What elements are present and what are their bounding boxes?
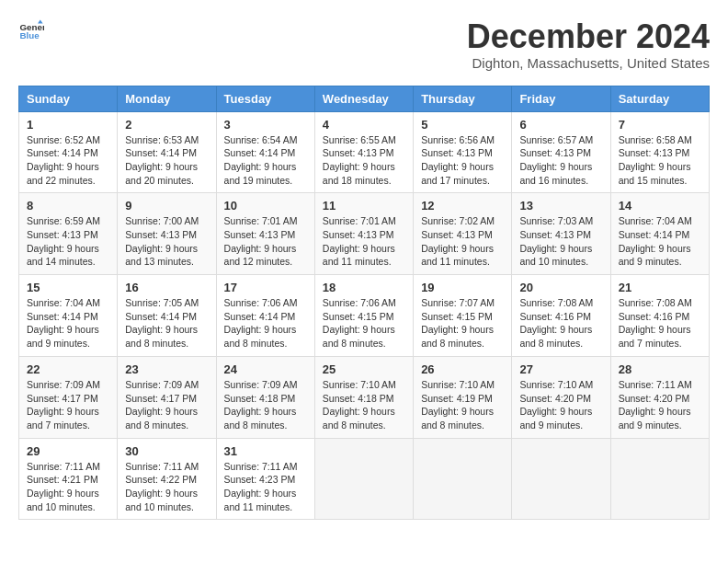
day-info: Sunrise: 7:06 AM Sunset: 4:14 PM Dayligh…: [224, 296, 307, 350]
calendar-cell: 20 Sunrise: 7:08 AM Sunset: 4:16 PM Dayl…: [512, 275, 610, 357]
day-info: Sunrise: 7:10 AM Sunset: 4:18 PM Dayligh…: [323, 378, 405, 432]
calendar-cell: 18 Sunrise: 7:06 AM Sunset: 4:15 PM Dayl…: [314, 275, 413, 357]
day-number: 27: [519, 362, 602, 376]
calendar-week-row: 22 Sunrise: 7:09 AM Sunset: 4:17 PM Dayl…: [19, 356, 710, 438]
day-info: Sunrise: 7:10 AM Sunset: 4:20 PM Dayligh…: [519, 378, 602, 432]
day-info: Sunrise: 7:05 AM Sunset: 4:14 PM Dayligh…: [125, 296, 208, 350]
calendar-cell: 7 Sunrise: 6:58 AM Sunset: 4:13 PM Dayli…: [610, 111, 709, 193]
day-number: 26: [421, 362, 504, 376]
calendar-cell: 11 Sunrise: 7:01 AM Sunset: 4:13 PM Dayl…: [314, 193, 413, 275]
calendar-cell: 9 Sunrise: 7:00 AM Sunset: 4:13 PM Dayli…: [118, 193, 216, 275]
day-number: 14: [619, 199, 701, 213]
day-number: 5: [421, 118, 504, 132]
page-header: General Blue December 2024 Dighton, Mass…: [18, 18, 710, 71]
location: Dighton, Massachusetts, United States: [467, 55, 710, 71]
day-info: Sunrise: 7:09 AM Sunset: 4:17 PM Dayligh…: [125, 378, 208, 432]
day-number: 1: [27, 118, 109, 132]
day-info: Sunrise: 6:53 AM Sunset: 4:14 PM Dayligh…: [125, 133, 208, 188]
calendar-week-row: 29 Sunrise: 7:11 AM Sunset: 4:21 PM Dayl…: [19, 438, 710, 520]
calendar-cell: 6 Sunrise: 6:57 AM Sunset: 4:13 PM Dayli…: [512, 111, 610, 193]
day-info: Sunrise: 7:04 AM Sunset: 4:14 PM Dayligh…: [27, 296, 109, 350]
calendar-cell: 23 Sunrise: 7:09 AM Sunset: 4:17 PM Dayl…: [118, 356, 216, 438]
day-number: 28: [619, 362, 701, 376]
day-info: Sunrise: 7:02 AM Sunset: 4:13 PM Dayligh…: [421, 214, 504, 269]
logo-icon: General Blue: [18, 18, 44, 44]
calendar-header-row: SundayMondayTuesdayWednesdayThursdayFrid…: [19, 86, 710, 111]
month-title: December 2024: [467, 18, 710, 55]
day-number: 9: [125, 199, 208, 213]
day-number: 8: [27, 199, 109, 213]
column-header-thursday: Thursday: [414, 86, 512, 111]
calendar-cell: 25 Sunrise: 7:10 AM Sunset: 4:18 PM Dayl…: [314, 356, 413, 438]
calendar-cell: 1 Sunrise: 6:52 AM Sunset: 4:14 PM Dayli…: [19, 111, 118, 193]
calendar-week-row: 8 Sunrise: 6:59 AM Sunset: 4:13 PM Dayli…: [19, 193, 710, 275]
calendar-cell: 22 Sunrise: 7:09 AM Sunset: 4:17 PM Dayl…: [19, 356, 118, 438]
day-number: 31: [224, 444, 307, 458]
calendar-cell: 28 Sunrise: 7:11 AM Sunset: 4:20 PM Dayl…: [610, 356, 709, 438]
calendar-cell: 24 Sunrise: 7:09 AM Sunset: 4:18 PM Dayl…: [216, 356, 314, 438]
day-info: Sunrise: 6:57 AM Sunset: 4:13 PM Dayligh…: [519, 133, 602, 188]
calendar-cell: 29 Sunrise: 7:11 AM Sunset: 4:21 PM Dayl…: [19, 438, 118, 520]
calendar-cell: 19 Sunrise: 7:07 AM Sunset: 4:15 PM Dayl…: [414, 275, 512, 357]
calendar-cell: 16 Sunrise: 7:05 AM Sunset: 4:14 PM Dayl…: [118, 275, 216, 357]
day-number: 3: [224, 118, 307, 132]
calendar-cell: [314, 438, 413, 520]
day-number: 11: [323, 199, 405, 213]
calendar-cell: 30 Sunrise: 7:11 AM Sunset: 4:22 PM Dayl…: [118, 438, 216, 520]
day-info: Sunrise: 7:08 AM Sunset: 4:16 PM Dayligh…: [519, 296, 602, 350]
column-header-monday: Monday: [118, 86, 216, 111]
calendar-cell: 2 Sunrise: 6:53 AM Sunset: 4:14 PM Dayli…: [118, 111, 216, 193]
column-header-tuesday: Tuesday: [216, 86, 314, 111]
day-number: 17: [224, 281, 307, 294]
day-number: 24: [224, 362, 307, 376]
column-header-wednesday: Wednesday: [314, 86, 413, 111]
day-info: Sunrise: 7:01 AM Sunset: 4:13 PM Dayligh…: [323, 214, 405, 269]
svg-text:Blue: Blue: [19, 30, 40, 40]
day-info: Sunrise: 7:10 AM Sunset: 4:19 PM Dayligh…: [421, 378, 504, 432]
day-info: Sunrise: 6:56 AM Sunset: 4:13 PM Dayligh…: [421, 133, 504, 188]
calendar-cell: 17 Sunrise: 7:06 AM Sunset: 4:14 PM Dayl…: [216, 275, 314, 357]
day-info: Sunrise: 7:09 AM Sunset: 4:17 PM Dayligh…: [27, 378, 109, 432]
calendar-cell: 13 Sunrise: 7:03 AM Sunset: 4:13 PM Dayl…: [512, 193, 610, 275]
day-info: Sunrise: 6:54 AM Sunset: 4:14 PM Dayligh…: [224, 133, 307, 188]
logo: General Blue: [18, 18, 44, 44]
day-number: 7: [619, 118, 701, 132]
calendar-cell: 26 Sunrise: 7:10 AM Sunset: 4:19 PM Dayl…: [414, 356, 512, 438]
calendar-cell: [610, 438, 709, 520]
calendar-cell: 15 Sunrise: 7:04 AM Sunset: 4:14 PM Dayl…: [19, 275, 118, 357]
column-header-sunday: Sunday: [19, 86, 118, 111]
day-info: Sunrise: 7:06 AM Sunset: 4:15 PM Dayligh…: [323, 296, 405, 350]
day-info: Sunrise: 6:59 AM Sunset: 4:13 PM Dayligh…: [27, 214, 109, 269]
calendar-cell: [414, 438, 512, 520]
day-info: Sunrise: 7:01 AM Sunset: 4:13 PM Dayligh…: [224, 214, 307, 269]
day-info: Sunrise: 7:04 AM Sunset: 4:14 PM Dayligh…: [619, 214, 701, 269]
calendar-cell: 31 Sunrise: 7:11 AM Sunset: 4:23 PM Dayl…: [216, 438, 314, 520]
day-number: 21: [619, 281, 701, 294]
day-info: Sunrise: 7:00 AM Sunset: 4:13 PM Dayligh…: [125, 214, 208, 269]
calendar-cell: 5 Sunrise: 6:56 AM Sunset: 4:13 PM Dayli…: [414, 111, 512, 193]
day-info: Sunrise: 6:58 AM Sunset: 4:13 PM Dayligh…: [619, 133, 701, 188]
day-info: Sunrise: 7:03 AM Sunset: 4:13 PM Dayligh…: [519, 214, 602, 269]
day-number: 29: [27, 444, 109, 458]
day-info: Sunrise: 7:11 AM Sunset: 4:22 PM Dayligh…: [125, 460, 208, 514]
day-number: 4: [323, 118, 405, 132]
day-number: 10: [224, 199, 307, 213]
calendar-cell: 27 Sunrise: 7:10 AM Sunset: 4:20 PM Dayl…: [512, 356, 610, 438]
day-info: Sunrise: 6:52 AM Sunset: 4:14 PM Dayligh…: [27, 133, 109, 188]
title-block: December 2024 Dighton, Massachusetts, Un…: [467, 18, 710, 71]
day-info: Sunrise: 7:11 AM Sunset: 4:21 PM Dayligh…: [27, 460, 109, 514]
calendar-cell: 8 Sunrise: 6:59 AM Sunset: 4:13 PM Dayli…: [19, 193, 118, 275]
day-number: 2: [125, 118, 208, 132]
calendar-cell: [512, 438, 610, 520]
calendar-cell: 3 Sunrise: 6:54 AM Sunset: 4:14 PM Dayli…: [216, 111, 314, 193]
day-info: Sunrise: 7:08 AM Sunset: 4:16 PM Dayligh…: [619, 296, 701, 350]
day-info: Sunrise: 7:11 AM Sunset: 4:23 PM Dayligh…: [224, 460, 307, 514]
calendar-week-row: 15 Sunrise: 7:04 AM Sunset: 4:14 PM Dayl…: [19, 275, 710, 357]
calendar-table: SundayMondayTuesdayWednesdayThursdayFrid…: [18, 86, 710, 521]
day-number: 15: [27, 281, 109, 294]
day-number: 18: [323, 281, 405, 294]
calendar-cell: 21 Sunrise: 7:08 AM Sunset: 4:16 PM Dayl…: [610, 275, 709, 357]
day-number: 20: [519, 281, 602, 294]
column-header-friday: Friday: [512, 86, 610, 111]
day-number: 6: [519, 118, 602, 132]
